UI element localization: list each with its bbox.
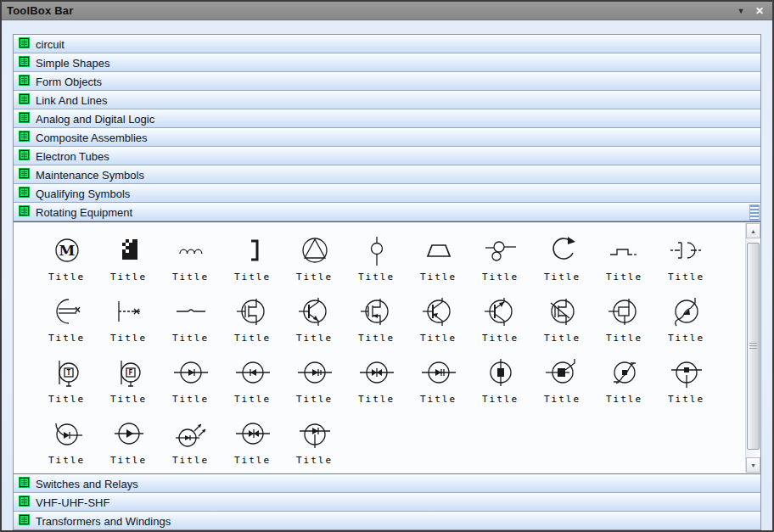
delta-winding-icon [296,235,334,269]
category-grid-icon [19,111,30,126]
palette-item[interactable]: Title [283,410,345,471]
palette-item[interactable]: Title [593,349,655,410]
palette-item-label: Title [358,333,395,344]
category-label: Electron Tubes [36,150,109,163]
palette-item[interactable]: Title [593,227,655,288]
palette-item[interactable]: Title [160,227,222,288]
palette-item[interactable]: Title [345,288,407,349]
category-bar-transformers-and-windings[interactable]: Transformers and Windings [14,512,760,529]
palette-item[interactable]: Title [407,227,469,288]
palette-item-label: Title [234,333,271,344]
palette-item-label: Title [668,394,704,405]
diac-circle-icon [358,357,395,391]
close-button[interactable]: ✕ [752,4,767,18]
palette-item-label: Title [296,272,333,283]
category-grid-icon [19,513,30,529]
palette-item-label: Title [48,455,85,466]
palette-item[interactable]: Title [407,288,469,349]
palette-item-label: Title [420,394,457,405]
category-grid-icon [19,186,30,201]
palette-item-label: Title [544,333,580,344]
palette-item[interactable]: Title [469,227,531,288]
palette-item[interactable]: Title [98,410,160,471]
palette-item-label: Title [48,272,85,283]
palette-item[interactable]: FTitle [98,349,160,410]
slip-rings-icon [482,235,519,269]
scroll-up-button[interactable]: ▲ [746,223,760,238]
category-label: Rotating Equipment [36,206,132,219]
category-bar-qualifying-symbols[interactable]: Qualifying Symbols [14,184,760,203]
menu-button[interactable]: ▼ [733,4,749,18]
palette-item[interactable]: Title [531,288,593,349]
symbol-grid: MTitleTitleTitleTitleTitleTitleTitleTitl… [14,222,760,471]
category-bar-composite-assemblies[interactable]: Composite Assemblies [14,128,760,147]
palette-item[interactable]: Title [36,288,98,349]
category-bar-form-objects[interactable]: Form Objects [14,72,760,91]
box-lead-circle-icon [544,357,581,391]
palette-item[interactable]: Title [345,349,407,410]
palette-item-label: Title [358,394,395,405]
diode-bar-circle-icon [296,357,334,391]
category-label: Qualifying Symbols [36,188,130,200]
palette-item[interactable]: Title [160,288,222,349]
zigzag-box-circle-icon [606,357,643,391]
palette-item[interactable]: Title [160,410,222,471]
palette-item[interactable]: Title [345,227,407,288]
palette-item[interactable]: Title [283,288,345,349]
category-bar-link-and-lines[interactable]: Link And Lines [14,91,760,109]
palette-item-label: Title [668,272,704,283]
category-bar-rotating-equipment[interactable]: Rotating Equipment [14,203,760,221]
palette-item[interactable]: Title [222,410,283,471]
palette-item[interactable]: Title [655,349,717,410]
category-bar-electron-tubes[interactable]: Electron Tubes [14,147,760,165]
scroll-track[interactable] [746,238,760,457]
palette-item[interactable]: Title [160,349,222,410]
palette-item[interactable]: Title [531,349,593,410]
bar-gripper[interactable] [749,204,760,221]
palette-item[interactable]: Title [222,288,283,349]
palette-item[interactable]: Title [469,349,531,410]
palette-item[interactable]: MTitle [36,227,98,288]
palette-item[interactable]: Title [593,288,655,349]
diode-circle-a-icon [172,357,210,391]
palette-item[interactable]: Title [36,410,98,471]
palette-item-label: Title [296,455,333,466]
palette-item[interactable]: Title [469,288,531,349]
category-bar-vhf-uhf-shf[interactable]: VHF-UHF-SHF [14,493,760,512]
palette-item[interactable]: Title [98,227,160,288]
window-title: ToolBox Bar [7,4,74,17]
palette-item[interactable]: Title [222,349,283,410]
palette-item-label: Title [296,394,333,405]
palette-item[interactable]: Title [531,227,593,288]
category-label: Simple Shapes [36,57,109,70]
category-bar-switches-and-relays[interactable]: Switches and Relays [14,474,760,493]
box-fet-circle-icon [606,296,643,330]
palette-item-label: Title [420,333,457,344]
brush-holder-arc-icon [48,296,86,330]
toolbox-bar-window: ToolBox Bar ▼ ✕ circuitSimple ShapesForm… [0,0,774,532]
palette-item[interactable]: Title [283,349,345,410]
palette-item[interactable]: Title [283,227,345,288]
box-vertical-circle-icon [482,357,519,391]
box-f-circle-icon: F [110,357,148,391]
category-bar-maintenance-symbols[interactable]: Maintenance Symbols [14,165,760,184]
titlebar[interactable]: ToolBox Bar ▼ ✕ [2,2,772,20]
palette-item[interactable]: Title [98,288,160,349]
category-bar-circuit[interactable]: circuit [14,35,760,53]
palette-item-label: Title [420,272,457,283]
palette-item[interactable]: Title [222,227,283,288]
palette-item[interactable]: Title [655,227,717,288]
scroll-down-button[interactable]: ▼ [746,457,760,473]
palette-item[interactable]: Title [655,288,717,349]
accordion: circuitSimple ShapesForm ObjectsLink And… [13,34,761,530]
category-bar-analog-and-digital-logic[interactable]: Analog and Digital Logic [14,109,760,128]
category-grid-icon [19,55,30,70]
category-grid-icon [19,148,30,164]
palette-item[interactable]: Title [407,349,469,410]
category-label: Analog and Digital Logic [36,113,154,126]
scroll-thumb[interactable] [747,243,760,450]
palette-item-label: Title [48,333,85,344]
category-bar-simple-shapes[interactable]: Simple Shapes [14,53,760,72]
diode-tee-circle-icon [296,418,334,452]
palette-item[interactable]: TTitle [36,349,98,410]
